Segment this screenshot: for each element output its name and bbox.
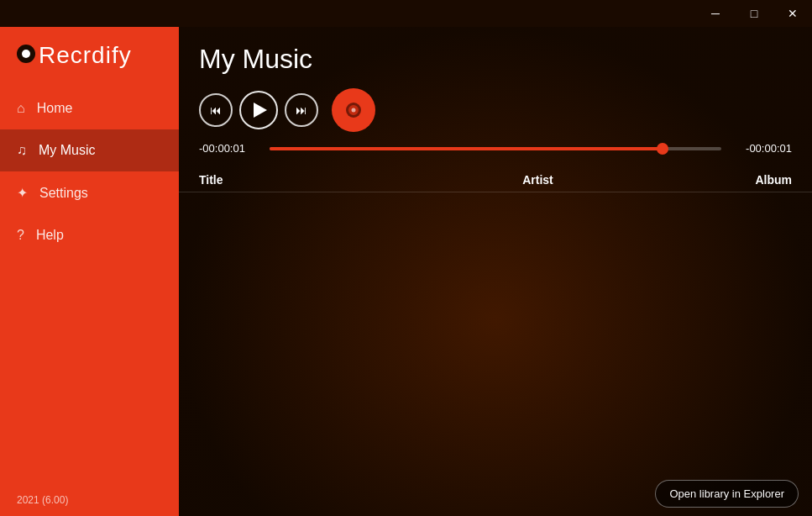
app-body: Recrdify ⌂ Home ♫ My Music ✦ Settings ? … xyxy=(0,27,812,516)
previous-icon: ⏮ xyxy=(210,103,222,117)
sidebar-item-help[interactable]: ? Help xyxy=(0,214,179,256)
page-title: My Music xyxy=(179,27,812,88)
time-end: -00:00:01 xyxy=(731,142,792,155)
main-content: My Music ⏮ ⏭ -00:00:01 xyxy=(179,27,812,516)
music-icon: ♫ xyxy=(17,143,27,158)
home-icon: ⌂ xyxy=(17,101,25,116)
progress-thumb xyxy=(657,143,668,155)
disc-icon xyxy=(346,103,361,118)
sidebar-item-settings[interactable]: ✦ Settings xyxy=(0,171,179,214)
play-icon xyxy=(254,103,267,118)
logo-dot xyxy=(17,42,35,69)
col-artist: Artist xyxy=(453,173,623,187)
main-inner: My Music ⏮ ⏭ -00:00:01 xyxy=(179,27,812,516)
previous-button[interactable]: ⏮ xyxy=(199,93,233,127)
play-button[interactable] xyxy=(239,91,278,129)
app-version: 2021 (6.00) xyxy=(0,484,179,516)
col-album: Album xyxy=(622,173,792,187)
sidebar-item-label-home: Home xyxy=(37,101,73,116)
player-controls: ⏮ ⏭ xyxy=(179,88,812,142)
title-bar: ─ □ ✕ xyxy=(0,0,812,27)
next-button[interactable]: ⏭ xyxy=(285,93,318,127)
sidebar-item-label-my-music: My Music xyxy=(39,143,96,158)
settings-icon: ✦ xyxy=(17,185,28,201)
sidebar-item-label-help: Help xyxy=(36,228,64,243)
sidebar-item-home[interactable]: ⌂ Home xyxy=(0,87,179,129)
col-title: Title xyxy=(199,173,453,187)
app-logo: Recrdify xyxy=(0,27,179,87)
sidebar: Recrdify ⌂ Home ♫ My Music ✦ Settings ? … xyxy=(0,27,179,516)
close-button[interactable]: ✕ xyxy=(773,0,812,27)
minimize-button[interactable]: ─ xyxy=(696,0,735,27)
open-library-button[interactable]: Open library in Explorer xyxy=(655,480,799,508)
track-list xyxy=(179,192,812,471)
sidebar-item-label-settings: Settings xyxy=(39,186,88,201)
bottom-bar: Open library in Explorer xyxy=(179,471,812,516)
svg-point-1 xyxy=(22,50,30,58)
progress-section: -00:00:01 -00:00:01 xyxy=(179,142,812,168)
time-start: -00:00:01 xyxy=(199,142,259,155)
help-icon: ? xyxy=(17,228,24,243)
sidebar-nav: ⌂ Home ♫ My Music ✦ Settings ? Help xyxy=(0,87,179,484)
progress-track[interactable] xyxy=(270,147,721,150)
progress-fill xyxy=(270,147,663,150)
sidebar-item-my-music[interactable]: ♫ My Music xyxy=(0,129,179,171)
maximize-button[interactable]: □ xyxy=(735,0,773,27)
next-icon: ⏭ xyxy=(296,103,307,117)
disc-button[interactable] xyxy=(332,88,375,132)
logo-text: Recrdify xyxy=(39,42,132,69)
table-header: Title Artist Album xyxy=(179,168,812,192)
